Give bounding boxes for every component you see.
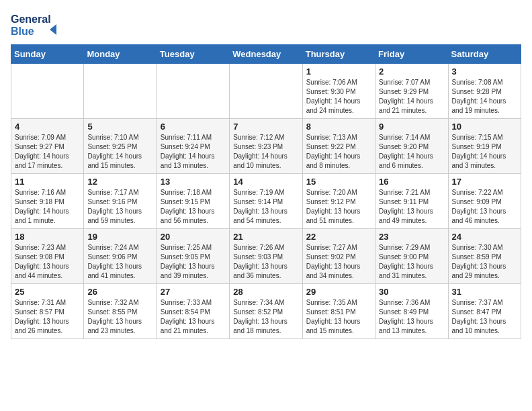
calendar-cell: 23Sunrise: 7:29 AM Sunset: 9:00 PM Dayli… bbox=[375, 229, 448, 284]
calendar-cell: 25Sunrise: 7:31 AM Sunset: 8:57 PM Dayli… bbox=[11, 284, 84, 339]
calendar-cell: 24Sunrise: 7:30 AM Sunset: 8:59 PM Dayli… bbox=[448, 229, 521, 284]
day-number: 12 bbox=[87, 177, 152, 187]
calendar-cell: 1Sunrise: 7:06 AM Sunset: 9:30 PM Daylig… bbox=[302, 64, 375, 119]
week-row-2: 11Sunrise: 7:16 AM Sunset: 9:18 PM Dayli… bbox=[11, 174, 521, 229]
day-info: Sunrise: 7:12 AM Sunset: 9:23 PM Dayligh… bbox=[233, 133, 298, 171]
day-info: Sunrise: 7:18 AM Sunset: 9:15 PM Dayligh… bbox=[161, 188, 226, 226]
day-info: Sunrise: 7:30 AM Sunset: 8:59 PM Dayligh… bbox=[452, 243, 517, 281]
calendar-cell: 5Sunrise: 7:10 AM Sunset: 9:25 PM Daylig… bbox=[84, 119, 157, 174]
week-row-4: 25Sunrise: 7:31 AM Sunset: 8:57 PM Dayli… bbox=[11, 284, 521, 339]
day-info: Sunrise: 7:24 AM Sunset: 9:06 PM Dayligh… bbox=[87, 243, 152, 281]
calendar-cell: 28Sunrise: 7:34 AM Sunset: 8:52 PM Dayli… bbox=[230, 284, 302, 339]
day-info: Sunrise: 7:10 AM Sunset: 9:25 PM Dayligh… bbox=[87, 133, 152, 171]
day-info: Sunrise: 7:25 AM Sunset: 9:05 PM Dayligh… bbox=[161, 243, 226, 281]
calendar-cell bbox=[157, 64, 229, 119]
svg-text:Blue: Blue bbox=[11, 26, 34, 37]
day-number: 8 bbox=[306, 122, 371, 132]
weekday-header-monday: Monday bbox=[84, 45, 157, 64]
week-row-1: 4Sunrise: 7:09 AM Sunset: 9:27 PM Daylig… bbox=[11, 119, 521, 174]
day-info: Sunrise: 7:14 AM Sunset: 9:20 PM Dayligh… bbox=[379, 133, 444, 171]
day-info: Sunrise: 7:37 AM Sunset: 8:47 PM Dayligh… bbox=[452, 298, 517, 336]
weekday-header-thursday: Thursday bbox=[302, 45, 375, 64]
calendar-cell bbox=[84, 64, 157, 119]
day-info: Sunrise: 7:08 AM Sunset: 9:28 PM Dayligh… bbox=[452, 78, 517, 116]
day-number: 20 bbox=[161, 232, 226, 242]
day-info: Sunrise: 7:22 AM Sunset: 9:09 PM Dayligh… bbox=[452, 188, 517, 226]
day-info: Sunrise: 7:11 AM Sunset: 9:24 PM Dayligh… bbox=[161, 133, 226, 171]
day-number: 2 bbox=[379, 66, 444, 77]
calendar-cell: 29Sunrise: 7:35 AM Sunset: 8:51 PM Dayli… bbox=[302, 284, 375, 339]
day-number: 14 bbox=[233, 177, 298, 187]
day-number: 18 bbox=[15, 232, 80, 242]
header: GeneralBlue bbox=[11, 11, 521, 38]
day-info: Sunrise: 7:09 AM Sunset: 9:27 PM Dayligh… bbox=[15, 133, 80, 171]
day-number: 22 bbox=[306, 232, 371, 242]
day-number: 24 bbox=[452, 232, 517, 242]
weekday-header-row: SundayMondayTuesdayWednesdayThursdayFrid… bbox=[11, 45, 521, 64]
weekday-header-sunday: Sunday bbox=[11, 45, 84, 64]
day-number: 5 bbox=[87, 122, 152, 132]
calendar-cell bbox=[11, 64, 84, 119]
day-info: Sunrise: 7:20 AM Sunset: 9:12 PM Dayligh… bbox=[306, 188, 371, 226]
day-info: Sunrise: 7:06 AM Sunset: 9:30 PM Dayligh… bbox=[306, 78, 371, 116]
day-info: Sunrise: 7:07 AM Sunset: 9:29 PM Dayligh… bbox=[379, 78, 444, 116]
weekday-header-tuesday: Tuesday bbox=[157, 45, 229, 64]
calendar-cell: 20Sunrise: 7:25 AM Sunset: 9:05 PM Dayli… bbox=[157, 229, 229, 284]
day-info: Sunrise: 7:19 AM Sunset: 9:14 PM Dayligh… bbox=[233, 188, 298, 226]
day-info: Sunrise: 7:13 AM Sunset: 9:22 PM Dayligh… bbox=[306, 133, 371, 171]
day-number: 29 bbox=[306, 287, 371, 297]
calendar-cell: 12Sunrise: 7:17 AM Sunset: 9:16 PM Dayli… bbox=[84, 174, 157, 229]
calendar-cell: 2Sunrise: 7:07 AM Sunset: 9:29 PM Daylig… bbox=[375, 64, 448, 119]
day-number: 27 bbox=[161, 287, 226, 297]
day-number: 3 bbox=[452, 66, 517, 77]
calendar-cell: 27Sunrise: 7:33 AM Sunset: 8:54 PM Dayli… bbox=[157, 284, 229, 339]
calendar-cell: 9Sunrise: 7:14 AM Sunset: 9:20 PM Daylig… bbox=[375, 119, 448, 174]
svg-marker-2 bbox=[50, 24, 56, 35]
weekday-header-saturday: Saturday bbox=[448, 45, 521, 64]
calendar-cell: 19Sunrise: 7:24 AM Sunset: 9:06 PM Dayli… bbox=[84, 229, 157, 284]
day-info: Sunrise: 7:23 AM Sunset: 9:08 PM Dayligh… bbox=[15, 243, 80, 281]
calendar-cell: 7Sunrise: 7:12 AM Sunset: 9:23 PM Daylig… bbox=[230, 119, 302, 174]
day-number: 19 bbox=[87, 232, 152, 242]
calendar-cell: 16Sunrise: 7:21 AM Sunset: 9:11 PM Dayli… bbox=[375, 174, 448, 229]
calendar-cell: 4Sunrise: 7:09 AM Sunset: 9:27 PM Daylig… bbox=[11, 119, 84, 174]
day-number: 23 bbox=[379, 232, 444, 242]
calendar-cell: 14Sunrise: 7:19 AM Sunset: 9:14 PM Dayli… bbox=[230, 174, 302, 229]
calendar-table: SundayMondayTuesdayWednesdayThursdayFrid… bbox=[11, 44, 521, 339]
week-row-3: 18Sunrise: 7:23 AM Sunset: 9:08 PM Dayli… bbox=[11, 229, 521, 284]
calendar-cell: 8Sunrise: 7:13 AM Sunset: 9:22 PM Daylig… bbox=[302, 119, 375, 174]
calendar-cell: 15Sunrise: 7:20 AM Sunset: 9:12 PM Dayli… bbox=[302, 174, 375, 229]
day-info: Sunrise: 7:21 AM Sunset: 9:11 PM Dayligh… bbox=[379, 188, 444, 226]
day-info: Sunrise: 7:26 AM Sunset: 9:03 PM Dayligh… bbox=[233, 243, 298, 281]
calendar-cell: 31Sunrise: 7:37 AM Sunset: 8:47 PM Dayli… bbox=[448, 284, 521, 339]
day-info: Sunrise: 7:31 AM Sunset: 8:57 PM Dayligh… bbox=[15, 298, 80, 336]
day-info: Sunrise: 7:17 AM Sunset: 9:16 PM Dayligh… bbox=[87, 188, 152, 226]
calendar-cell: 11Sunrise: 7:16 AM Sunset: 9:18 PM Dayli… bbox=[11, 174, 84, 229]
calendar-cell: 26Sunrise: 7:32 AM Sunset: 8:55 PM Dayli… bbox=[84, 284, 157, 339]
day-number: 21 bbox=[233, 232, 298, 242]
day-number: 17 bbox=[452, 177, 517, 187]
weekday-header-wednesday: Wednesday bbox=[230, 45, 302, 64]
day-number: 6 bbox=[161, 122, 226, 132]
day-number: 4 bbox=[15, 122, 80, 132]
logo: GeneralBlue bbox=[11, 11, 58, 38]
day-number: 9 bbox=[379, 122, 444, 132]
day-info: Sunrise: 7:32 AM Sunset: 8:55 PM Dayligh… bbox=[87, 298, 152, 336]
calendar-cell: 30Sunrise: 7:36 AM Sunset: 8:49 PM Dayli… bbox=[375, 284, 448, 339]
day-number: 15 bbox=[306, 177, 371, 187]
day-info: Sunrise: 7:36 AM Sunset: 8:49 PM Dayligh… bbox=[379, 298, 444, 336]
day-number: 10 bbox=[452, 122, 517, 132]
calendar-cell bbox=[230, 64, 302, 119]
day-number: 11 bbox=[15, 177, 80, 187]
day-info: Sunrise: 7:33 AM Sunset: 8:54 PM Dayligh… bbox=[161, 298, 226, 336]
day-number: 28 bbox=[233, 287, 298, 297]
day-info: Sunrise: 7:29 AM Sunset: 9:00 PM Dayligh… bbox=[379, 243, 444, 281]
calendar-cell: 17Sunrise: 7:22 AM Sunset: 9:09 PM Dayli… bbox=[448, 174, 521, 229]
calendar-cell: 6Sunrise: 7:11 AM Sunset: 9:24 PM Daylig… bbox=[157, 119, 229, 174]
day-info: Sunrise: 7:15 AM Sunset: 9:19 PM Dayligh… bbox=[452, 133, 517, 171]
day-number: 30 bbox=[379, 287, 444, 297]
day-info: Sunrise: 7:27 AM Sunset: 9:02 PM Dayligh… bbox=[306, 243, 371, 281]
calendar-cell: 13Sunrise: 7:18 AM Sunset: 9:15 PM Dayli… bbox=[157, 174, 229, 229]
day-number: 13 bbox=[161, 177, 226, 187]
day-number: 26 bbox=[87, 287, 152, 297]
